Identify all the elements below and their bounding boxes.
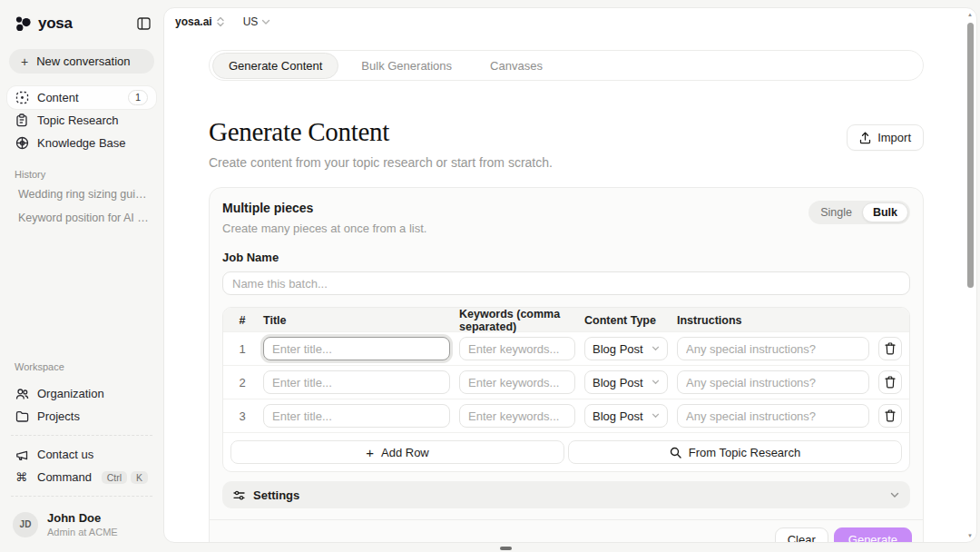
sidebar-item-label: Content <box>37 91 79 104</box>
yosa-logo-icon <box>15 15 32 33</box>
user-role: Admin at ACME <box>47 527 118 537</box>
kbd-k: K <box>131 471 148 484</box>
page-title: Generate Content <box>209 117 924 147</box>
scroll-down-arrow-icon[interactable]: ▼ <box>967 533 973 538</box>
tab-canvases[interactable]: Canvases <box>475 54 558 78</box>
sidebar-item-label: Command <box>37 470 92 484</box>
globe-icon <box>15 136 29 150</box>
sidebar-item-knowledge-base[interactable]: Knowledge Base <box>7 132 156 154</box>
col-num: # <box>230 314 254 327</box>
sidebar-item-organization[interactable]: Organization <box>7 382 156 405</box>
mode-toggle: Single Bulk <box>808 201 910 224</box>
content-type-select[interactable]: Blog Post <box>584 370 668 394</box>
import-button[interactable]: Import <box>847 124 924 151</box>
horizontal-scrollbar-thumb[interactable] <box>500 547 512 550</box>
sidebar-item-projects[interactable]: Projects <box>7 405 156 428</box>
row-number: 3 <box>230 409 254 423</box>
content-type-value: Blog Post <box>593 376 643 389</box>
user-name: John Doe <box>47 511 118 525</box>
title-input[interactable] <box>263 404 450 428</box>
main-panel: yosa.ai US Generate Content Bulk Generat… <box>163 7 977 543</box>
settings-label: Settings <box>253 488 299 502</box>
row-number: 1 <box>230 342 254 356</box>
trash-icon <box>885 342 896 355</box>
sidebar-toggle-icon[interactable] <box>134 15 152 33</box>
add-row-label: Add Row <box>381 446 429 459</box>
delete-row-button[interactable] <box>878 337 902 360</box>
sidebar-item-label: Projects <box>37 409 80 423</box>
settings-toggle[interactable]: Settings <box>222 481 910 508</box>
trash-icon <box>885 409 896 422</box>
tab-generate-content[interactable]: Generate Content <box>212 53 338 79</box>
multiple-pieces-card: Multiple pieces Create many pieces at on… <box>209 187 924 543</box>
table-row: 1 Blog Post <box>223 331 909 365</box>
import-label: Import <box>877 131 911 144</box>
col-instructions: Instructions <box>677 314 869 327</box>
table-row: 3 Blog Post <box>223 399 909 432</box>
clipboard-icon <box>15 113 29 127</box>
keywords-input[interactable] <box>459 370 575 394</box>
users-icon <box>15 387 29 400</box>
chevron-down-icon <box>652 380 660 385</box>
mode-bulk-option[interactable]: Bulk <box>862 202 908 222</box>
instructions-input[interactable] <box>677 370 869 394</box>
keywords-input[interactable] <box>459 404 575 428</box>
bulk-table: # Title Keywords (comma separated) Conte… <box>222 307 910 472</box>
command-icon: ⌘ <box>15 470 29 484</box>
sidebar-item-content[interactable]: Content 1 <box>7 86 156 109</box>
sidebar-item-topic-research[interactable]: Topic Research <box>7 109 156 132</box>
from-topic-research-button[interactable]: From Topic Research <box>568 440 902 464</box>
col-title: Title <box>263 314 450 327</box>
sidebar-item-command[interactable]: ⌘ Command Ctrl K <box>7 466 156 488</box>
instructions-input[interactable] <box>677 337 869 360</box>
chevron-down-icon <box>652 346 660 351</box>
delete-row-button[interactable] <box>878 404 902 428</box>
scroll-up-arrow-icon[interactable]: ▲ <box>967 12 973 17</box>
search-icon <box>670 447 681 458</box>
content-type-select[interactable]: Blog Post <box>584 404 668 428</box>
history-item[interactable]: Keyword position for AI SEO A... <box>0 206 163 230</box>
history-item[interactable]: Wedding ring sizing guide for ... <box>0 182 163 206</box>
avatar: JD <box>13 512 38 537</box>
sidebar-item-label: Knowledge Base <box>37 136 126 150</box>
user-menu[interactable]: JD John Doe Admin at ACME <box>0 504 163 552</box>
scrollbar-thumb[interactable] <box>967 23 974 288</box>
clear-button[interactable]: Clear <box>775 527 828 543</box>
row-number: 2 <box>230 376 254 389</box>
trash-icon <box>885 376 896 389</box>
generate-button[interactable]: Generate <box>834 527 912 543</box>
delete-row-button[interactable] <box>878 370 902 394</box>
add-row-button[interactable]: + Add Row <box>230 440 564 464</box>
job-name-label: Job Name <box>222 251 910 264</box>
megaphone-icon <box>15 448 29 461</box>
new-conversation-button[interactable]: + New conversation <box>9 49 154 74</box>
instructions-input[interactable] <box>677 404 869 428</box>
vertical-scrollbar[interactable]: ▲ ▼ <box>966 12 975 538</box>
chevron-down-icon <box>890 492 899 498</box>
card-footer: Clear Generate <box>210 519 923 543</box>
tab-bulk-generations[interactable]: Bulk Generations <box>346 54 467 78</box>
workspace-label: Workspace <box>15 361 163 372</box>
sidebar-item-label: Organization <box>37 387 104 400</box>
sidebar-item-contact-us[interactable]: Contact us <box>7 443 156 466</box>
page-subtitle: Create content from your topic research … <box>209 155 924 170</box>
title-input[interactable] <box>263 337 450 360</box>
app-root: yosa + New conversation Content <box>0 0 980 552</box>
mode-single-option[interactable]: Single <box>810 203 862 222</box>
plus-icon: + <box>366 445 374 460</box>
logo: yosa <box>15 15 73 33</box>
table-header: # Title Keywords (comma separated) Conte… <box>223 308 909 331</box>
card-title: Multiple pieces <box>222 201 426 215</box>
card-subtitle: Create many pieces at once from a list. <box>222 222 426 235</box>
sidebar-item-label: Topic Research <box>37 113 119 127</box>
col-keywords: Keywords (comma separated) <box>459 308 575 333</box>
keywords-input[interactable] <box>459 337 575 360</box>
table-row: 2 Blog Post <box>223 365 909 399</box>
job-name-input[interactable] <box>222 271 910 295</box>
title-input[interactable] <box>263 370 450 394</box>
divider <box>11 435 152 436</box>
kbd-ctrl: Ctrl <box>102 471 127 484</box>
content-count-badge: 1 <box>128 90 148 105</box>
sidebar-item-label: Contact us <box>37 448 93 461</box>
content-type-select[interactable]: Blog Post <box>584 337 668 360</box>
